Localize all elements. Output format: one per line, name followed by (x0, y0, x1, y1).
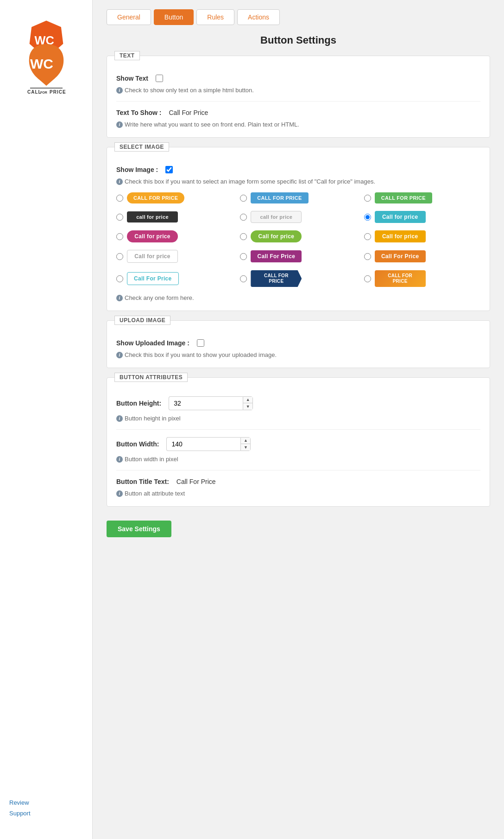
image-btn-6[interactable]: Call for price (375, 211, 426, 223)
width-down-btn[interactable]: ▼ (241, 444, 250, 451)
image-btn-11[interactable]: Call For Price (251, 250, 302, 262)
image-radio-4[interactable] (116, 214, 123, 221)
height-up-btn[interactable]: ▲ (243, 397, 252, 403)
logo-svg: WC CALL FOR PRICE (21, 42, 72, 97)
info-icon-1: i (116, 87, 123, 94)
image-option-10: Call for price (116, 250, 233, 263)
height-down-btn[interactable]: ▼ (243, 403, 252, 410)
sidebar-links: Review Support (0, 790, 92, 830)
logo-container: WC CALL FOR PRICE (21, 42, 72, 99)
image-option-7: Call for price (116, 230, 233, 242)
button-attributes-section: BUTTON ATTRIBUTES Button Height: ▲ ▼ i B… (107, 377, 490, 507)
image-btn-15[interactable]: CALL FORPRICE (375, 270, 426, 287)
image-radio-12[interactable] (364, 253, 371, 260)
image-btn-5[interactable]: call for price (251, 211, 302, 223)
tab-rules[interactable]: Rules (196, 9, 234, 25)
button-height-input-group: ▲ ▼ (169, 396, 253, 410)
height-spinners: ▲ ▼ (243, 396, 253, 410)
save-settings-button[interactable]: Save Settings (107, 521, 171, 537)
show-uploaded-info: i Check this box if you want to show you… (116, 351, 480, 358)
tab-button[interactable]: Button (154, 9, 194, 25)
image-option-1: CALL FOR PRICE (116, 192, 233, 203)
button-height-info: i Button height in pixel (116, 415, 480, 422)
image-btn-9[interactable]: Call for price (375, 230, 426, 242)
button-title-label: Button Title Text: (116, 478, 169, 485)
review-link[interactable]: Review (9, 799, 83, 806)
tab-general[interactable]: General (107, 9, 151, 25)
main-content: General Button Rules Actions Button Sett… (93, 0, 504, 839)
svg-text:WC: WC (30, 56, 53, 71)
image-radio-15[interactable] (364, 275, 371, 282)
info-icon-4: i (116, 295, 123, 301)
image-btn-3[interactable]: CALL FOR PRICE (375, 192, 432, 203)
info-icon-3: i (116, 178, 123, 185)
text-section: TEXT Show Text i Check to show only text… (107, 56, 490, 138)
show-text-checkbox[interactable] (156, 75, 163, 82)
image-radio-10[interactable] (116, 253, 123, 260)
show-text-info: i Check to show only text on a simple ht… (116, 87, 480, 94)
image-radio-5[interactable] (240, 214, 247, 221)
image-radio-9[interactable] (364, 233, 371, 240)
image-radio-11[interactable] (240, 253, 247, 260)
text-to-show-label: Text To Show : (116, 109, 161, 116)
image-radio-1[interactable] (116, 195, 123, 202)
image-radio-8[interactable] (240, 233, 247, 240)
image-btn-14[interactable]: CALL FORPRICE (251, 270, 302, 287)
show-text-label: Show Text (116, 75, 148, 82)
image-radio-13[interactable] (116, 275, 123, 282)
image-option-15: CALL FORPRICE (364, 270, 480, 287)
text-to-show-value: Call For Price (169, 109, 208, 116)
image-radio-2[interactable] (240, 195, 247, 202)
show-image-checkbox[interactable] (165, 166, 173, 173)
info-icon-2: i (116, 121, 123, 128)
image-option-2: CALL FOR PRICE (240, 192, 356, 203)
image-btn-7[interactable]: Call for price (127, 230, 178, 242)
info-icon-8: i (116, 490, 123, 497)
button-height-label: Button Height: (116, 400, 161, 407)
svg-text:PRICE: PRICE (50, 89, 66, 95)
image-radio-7[interactable] (116, 233, 123, 240)
upload-image-legend: UPLOAD IMAGE (114, 316, 170, 325)
image-btn-12[interactable]: Call For Price (375, 250, 426, 262)
tab-bar: General Button Rules Actions (107, 9, 490, 25)
show-image-label: Show Image : (116, 166, 158, 173)
image-btn-13[interactable]: Call For Price (127, 272, 179, 285)
info-icon-5: i (116, 352, 123, 358)
show-uploaded-label: Show Uploaded Image : (116, 339, 189, 347)
tab-actions[interactable]: Actions (237, 9, 280, 25)
image-option-4: call for price (116, 211, 233, 223)
button-width-input[interactable] (166, 437, 240, 451)
button-width-info: i Button width in pixel (116, 456, 480, 463)
image-option-3: CALL FOR PRICE (364, 192, 480, 203)
image-option-8: Call for price (240, 230, 356, 242)
image-radio-14[interactable] (240, 275, 247, 282)
show-text-row: Show Text (116, 75, 480, 82)
image-btn-10[interactable]: Call for price (127, 250, 178, 263)
info-icon-6: i (116, 415, 123, 422)
width-up-btn[interactable]: ▲ (241, 438, 250, 444)
image-radio-6[interactable] (364, 214, 371, 221)
width-spinners: ▲ ▼ (240, 437, 251, 451)
image-btn-8[interactable]: Call for price (251, 230, 302, 242)
button-title-row: Button Title Text: Call For Price (116, 478, 480, 485)
text-to-show-row: Text To Show : Call For Price (116, 109, 480, 116)
info-icon-7: i (116, 456, 123, 463)
check-info: i Check any one form here. (116, 294, 480, 301)
button-width-row: Button Width: ▲ ▼ (116, 437, 480, 451)
image-btn-1[interactable]: CALL FOR PRICE (127, 192, 184, 203)
image-btn-2[interactable]: CALL FOR PRICE (251, 192, 308, 203)
svg-text:CALL: CALL (27, 89, 42, 95)
button-width-label: Button Width: (116, 440, 159, 448)
support-link[interactable]: Support (9, 810, 83, 817)
image-option-12: Call For Price (364, 250, 480, 263)
show-uploaded-checkbox[interactable] (197, 339, 204, 347)
button-height-input[interactable] (169, 396, 243, 410)
sidebar: WC CALL PRICE WC CALL FOR PRICE (0, 0, 93, 839)
page-title: Button Settings (107, 34, 490, 46)
upload-image-section: UPLOAD IMAGE Show Uploaded Image : i Che… (107, 320, 490, 368)
show-image-info: i Check this box if you want to select a… (116, 178, 480, 185)
image-btn-4[interactable]: call for price (127, 211, 178, 222)
button-height-row: Button Height: ▲ ▼ (116, 396, 480, 410)
image-radio-3[interactable] (364, 195, 371, 202)
image-option-13: Call For Price (116, 270, 233, 287)
